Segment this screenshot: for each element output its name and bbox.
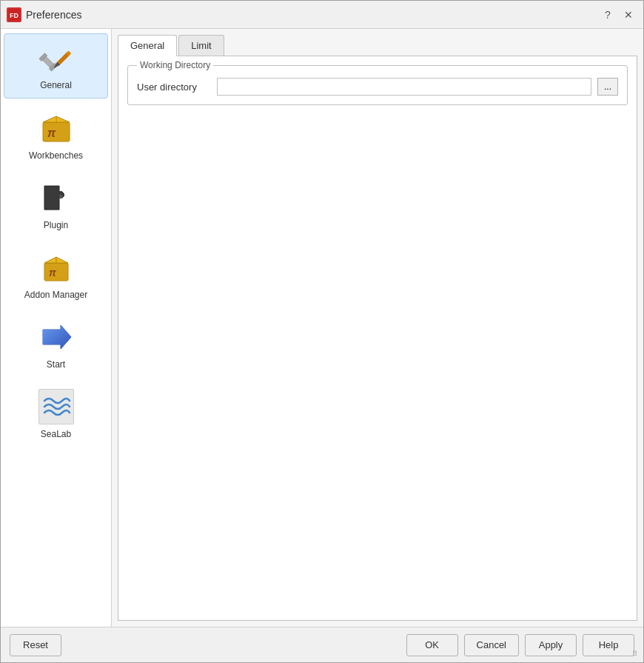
bottom-right: OK Cancel Apply Help — [406, 634, 634, 656]
sidebar: General π Workbenches — [1, 29, 112, 627]
tab-general[interactable]: General — [118, 35, 177, 56]
help-button[interactable]: ? — [599, 6, 617, 24]
svg-text:π: π — [47, 127, 56, 139]
user-directory-label: User directory — [137, 81, 211, 93]
sidebar-item-workbenches[interactable]: π Workbenches — [4, 101, 108, 168]
browse-button[interactable]: ... — [597, 78, 618, 96]
titlebar: FD Preferences ? ✕ — [1, 1, 643, 29]
sidebar-label-general: General — [40, 80, 72, 90]
workbenches-icon: π — [37, 109, 76, 147]
apply-button[interactable]: Apply — [525, 634, 577, 656]
sidebar-label-start: Start — [47, 359, 65, 370]
main-content: General π Workbenches — [1, 29, 643, 627]
cancel-button[interactable]: Cancel — [464, 634, 519, 656]
help-action-button[interactable]: Help — [583, 634, 634, 656]
sidebar-label-plugin: Plugin — [44, 220, 68, 230]
svg-marker-17 — [43, 325, 71, 349]
svg-text:FD: FD — [10, 12, 19, 19]
sidebar-label-sealab: SeaLab — [41, 429, 71, 439]
svg-rect-12 — [44, 263, 68, 281]
tab-content-general: Working Directory User directory ... — [118, 56, 637, 621]
user-directory-input[interactable] — [217, 78, 591, 96]
close-button[interactable]: ✕ — [620, 6, 637, 24]
sidebar-label-workbenches: Workbenches — [29, 150, 83, 161]
window-controls: ? ✕ — [599, 6, 637, 24]
ok-button[interactable]: OK — [406, 634, 458, 656]
working-directory-section: Working Directory User directory ... — [127, 65, 628, 105]
svg-text:π: π — [49, 267, 57, 279]
general-icon — [38, 41, 74, 77]
bottom-left: Reset — [10, 634, 406, 656]
bottom-bar: Reset OK Cancel Apply Help — [1, 627, 643, 662]
right-panel: General Limit Working Directory User dir… — [112, 29, 643, 627]
user-directory-row: User directory ... — [137, 78, 618, 96]
tab-limit[interactable]: Limit — [178, 35, 224, 56]
sealab-icon — [37, 387, 76, 426]
sidebar-item-start[interactable]: Start — [4, 310, 108, 377]
tabs: General Limit — [118, 35, 637, 56]
sidebar-item-plugin[interactable]: Plugin — [4, 171, 108, 238]
reset-button[interactable]: Reset — [10, 634, 61, 656]
app-icon: FD — [7, 7, 21, 22]
start-icon — [37, 318, 76, 356]
working-directory-title: Working Directory — [137, 60, 213, 70]
resize-handle: ⠿ — [628, 647, 640, 659]
sidebar-label-addon-manager: Addon Manager — [24, 290, 87, 300]
sidebar-item-sealab[interactable]: SeaLab — [4, 380, 108, 447]
sidebar-item-addon-manager[interactable]: π Addon Manager — [4, 241, 108, 307]
addon-icon: π — [37, 248, 76, 287]
preferences-window: FD Preferences ? ✕ — [0, 0, 644, 663]
window-title: Preferences — [26, 9, 594, 21]
plugin-icon — [37, 179, 76, 217]
sidebar-item-general[interactable]: General — [4, 33, 108, 99]
